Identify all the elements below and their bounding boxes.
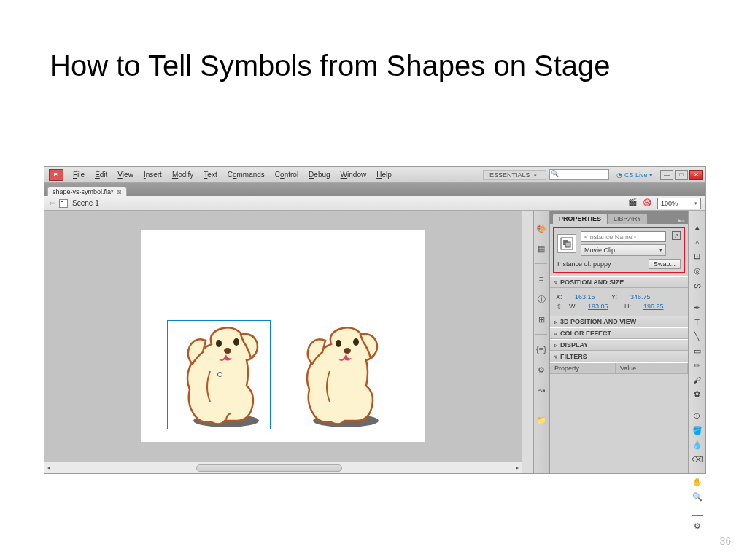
menu-window[interactable]: Window [336, 171, 372, 179]
section-position-size[interactable]: POSITION AND SIZE [550, 276, 688, 288]
position-size-body: X: 163.15 Y: 346.75 ⇕ W: 193.05 H: 196.2… [550, 288, 688, 316]
selection-bounding-box [167, 320, 271, 429]
lock-aspect-icon[interactable]: ⇕ [556, 303, 562, 311]
tab-properties[interactable]: PROPERTIES [553, 214, 607, 224]
stage[interactable] [44, 211, 522, 462]
paint-bucket-tool-icon[interactable]: 🪣 [691, 426, 704, 435]
zoom-tool-icon[interactable]: 🔍 [691, 492, 704, 502]
slide-title: How to Tell Symbols from Shapes on Stage [50, 50, 697, 82]
menu-view[interactable]: View [112, 171, 139, 179]
workspace-switcher[interactable]: ESSENTIALS [483, 170, 547, 180]
document-tab-bar: shape-vs-symbol.fla* ⊠ [44, 183, 705, 196]
panel-options-icon[interactable]: ▸≡ [676, 217, 688, 224]
selection-tool-icon[interactable]: ▴ [691, 222, 704, 232]
x-value[interactable]: 163.15 [575, 293, 607, 300]
options-icon[interactable]: ⚙ [691, 521, 704, 531]
section-color-effect[interactable]: COLOR EFFECT [550, 327, 688, 339]
scene-icon [59, 199, 68, 208]
menu-bar: Fl File Edit View Insert Modify Text Com… [44, 167, 705, 183]
panel-tab-bar: PROPERTIES LIBRARY ▸≡ [550, 211, 688, 224]
puppy-shape[interactable] [287, 320, 390, 429]
canvas[interactable] [141, 230, 425, 442]
maximize-button[interactable]: □ [675, 170, 688, 180]
edit-scene-icon[interactable]: 🎬 [628, 198, 638, 209]
search-input[interactable] [549, 169, 609, 180]
transform-origin-icon[interactable] [217, 372, 222, 377]
section-3d-position[interactable]: 3D POSITION AND VIEW [550, 316, 688, 327]
swap-button[interactable]: Swap... [649, 259, 681, 269]
subselection-tool-icon[interactable]: ▵ [691, 237, 704, 246]
components-panel-icon[interactable]: ⚙ [535, 364, 547, 376]
menu-insert[interactable]: Insert [139, 171, 167, 179]
stage-scrollbar-vertical[interactable] [522, 211, 533, 473]
menu-control[interactable]: Control [270, 171, 303, 179]
instance-name-input[interactable]: <Instance Name> [581, 231, 666, 242]
fill-color-swatch[interactable] [692, 515, 703, 516]
line-tool-icon[interactable]: ╲ [691, 332, 704, 341]
eyedropper-tool-icon[interactable]: 💧 [691, 440, 704, 450]
menu-commands[interactable]: Commands [222, 171, 270, 179]
text-tool-icon[interactable]: T [691, 318, 704, 327]
code-snippets-icon[interactable]: {≡} [535, 343, 547, 355]
w-value[interactable]: 193.05 [588, 303, 620, 311]
menu-debug[interactable]: Debug [303, 171, 335, 179]
collapsed-panel-dock: 🎨 ▦ ≡ ⓘ ⊞ {≡} ⚙ ↝ 📁 [533, 211, 549, 473]
project-panel-icon[interactable]: 📁 [535, 414, 547, 426]
close-button[interactable]: ✕ [689, 170, 703, 180]
bone-tool-icon[interactable]: 𐀏 [691, 412, 704, 421]
color-panel-icon[interactable]: 🎨 [535, 222, 547, 234]
transform-panel-icon[interactable]: ⊞ [535, 314, 547, 325]
w-label: W: [569, 303, 584, 311]
y-value[interactable]: 346.75 [630, 293, 662, 300]
filters-table-header: Property Value [550, 362, 688, 374]
filters-col-value: Value [616, 363, 688, 373]
page-number: 36 [719, 535, 731, 547]
menu-help[interactable]: Help [371, 171, 397, 179]
y-label: Y: [611, 293, 626, 300]
align-panel-icon[interactable]: ≡ [535, 273, 547, 284]
brush-tool-icon[interactable]: 🖌 [691, 376, 704, 384]
movieclip-type-icon [557, 234, 576, 253]
info-panel-icon[interactable]: ⓘ [535, 293, 547, 305]
x-label: X: [556, 293, 570, 300]
svg-point-6 [353, 338, 359, 346]
section-display[interactable]: DISPLAY [550, 339, 688, 351]
tools-panel: ▴ ▵ ⊡ ◎ ᔕ ✒ T ╲ ▭ ✏ 🖌 ✿ 𐀏 🪣 💧 ⌫ ✋ [688, 211, 705, 473]
properties-panel: PROPERTIES LIBRARY ▸≡ <Instance Name> Mo… [549, 211, 688, 473]
motion-presets-icon[interactable]: ↝ [535, 384, 547, 396]
h-label: H: [624, 303, 639, 311]
deco-tool-icon[interactable]: ✿ [691, 389, 704, 399]
scene-name[interactable]: Scene 1 [72, 199, 99, 207]
swatches-panel-icon[interactable]: ▦ [535, 243, 547, 254]
flash-app-window: Fl File Edit View Insert Modify Text Com… [44, 166, 706, 474]
edit-symbol-icon[interactable]: ↗ [672, 231, 681, 240]
zoom-dropdown[interactable]: 100% [657, 198, 701, 209]
menu-modify[interactable]: Modify [167, 171, 198, 179]
eraser-tool-icon[interactable]: ⌫ [691, 455, 704, 464]
lasso-tool-icon[interactable]: ᔕ [691, 281, 704, 290]
stage-scrollbar-horizontal[interactable] [44, 462, 522, 473]
symbol-type-dropdown[interactable]: Movie Clip [581, 244, 666, 256]
section-filters[interactable]: FILTERS [550, 351, 688, 362]
close-tab-icon[interactable]: ⊠ [117, 189, 122, 195]
scrollbar-thumb[interactable] [196, 464, 342, 472]
hand-tool-icon[interactable]: ✋ [691, 478, 704, 487]
pen-tool-icon[interactable]: ✒ [691, 303, 704, 313]
svg-rect-10 [565, 242, 570, 247]
instance-of-label: Instance of: puppy [557, 260, 611, 268]
free-transform-tool-icon[interactable]: ⊡ [691, 252, 704, 261]
document-tab[interactable]: shape-vs-symbol.fla* ⊠ [47, 187, 127, 196]
menu-edit[interactable]: Edit [90, 171, 112, 179]
menu-text[interactable]: Text [198, 171, 222, 179]
minimize-button[interactable]: — [660, 170, 673, 180]
tab-library[interactable]: LIBRARY [608, 214, 647, 224]
h-value[interactable]: 196.25 [643, 303, 676, 311]
edit-symbols-icon[interactable]: 🎯 [643, 198, 653, 209]
back-arrow-icon[interactable]: ⇐ [49, 199, 55, 207]
3d-rotation-tool-icon[interactable]: ◎ [691, 266, 704, 276]
rectangle-tool-icon[interactable]: ▭ [691, 346, 704, 356]
pencil-tool-icon[interactable]: ✏ [691, 361, 704, 370]
app-icon[interactable]: Fl [49, 169, 63, 181]
menu-file[interactable]: File [68, 171, 90, 179]
cs-live-link[interactable]: ◔ CS Live ▾ [616, 171, 653, 179]
